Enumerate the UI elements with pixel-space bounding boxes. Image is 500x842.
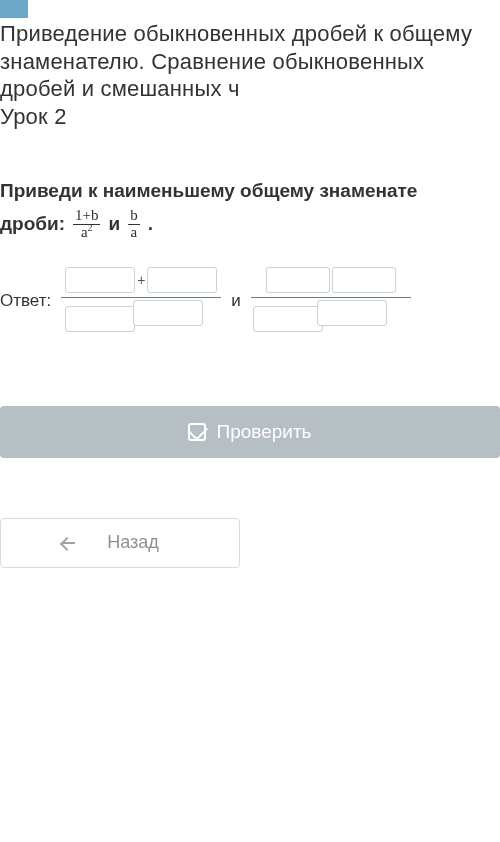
- plus-sign: +: [135, 272, 147, 288]
- answer2-den-slot2[interactable]: [317, 300, 387, 326]
- answer-fraction-1-numerator: +: [65, 267, 217, 293]
- answer-row: Ответ: + и: [0, 267, 500, 336]
- task-suffix: .: [148, 213, 153, 235]
- answer2-num-slot1[interactable]: [266, 267, 330, 293]
- check-icon: [188, 423, 206, 441]
- answer-fraction-1-denominator: [61, 302, 221, 336]
- top-accent-bar: [0, 0, 28, 18]
- answer1-den-slot1[interactable]: [65, 306, 135, 332]
- check-button[interactable]: Проверить: [0, 406, 500, 458]
- answer-fraction-2-denominator: [251, 302, 411, 336]
- answer1-num-slot2[interactable]: [147, 267, 217, 293]
- fraction-1: 1+b a2: [73, 208, 100, 241]
- page-title: Приведение обыкновенных дробей к общему …: [0, 20, 500, 130]
- answer2-den-slot1[interactable]: [253, 306, 323, 332]
- answer-label: Ответ:: [0, 291, 51, 311]
- fraction-2: b a: [128, 208, 140, 241]
- task-conj: и: [108, 213, 120, 235]
- back-button-label: Назад: [107, 532, 159, 553]
- answer-fraction-2: [251, 267, 411, 336]
- fraction-bar: [61, 297, 221, 298]
- task-prefix: дроби:: [0, 213, 65, 235]
- task-text-line2: дроби: 1+b a2 и b a .: [0, 208, 500, 241]
- task-prompt: Приведи к наименьшему общему знаменате д…: [0, 180, 500, 241]
- fraction-bar-2: [251, 297, 411, 298]
- answer-fraction-2-numerator: [266, 267, 396, 293]
- task-text-line1: Приведи к наименьшему общему знаменате: [0, 180, 500, 202]
- arrow-left-icon: [61, 535, 77, 551]
- answer1-num-slot1[interactable]: [65, 267, 135, 293]
- answer-fraction-1: +: [61, 267, 221, 336]
- answer2-num-slot2[interactable]: [332, 267, 396, 293]
- fraction-2-denominator: a: [129, 225, 140, 241]
- answer-conj: и: [231, 291, 241, 311]
- fraction-1-denominator: a2: [79, 225, 95, 241]
- answer1-den-slot2[interactable]: [133, 300, 203, 326]
- check-button-label: Проверить: [216, 421, 311, 443]
- back-button[interactable]: Назад: [0, 518, 240, 568]
- fraction-2-numerator: b: [128, 208, 140, 225]
